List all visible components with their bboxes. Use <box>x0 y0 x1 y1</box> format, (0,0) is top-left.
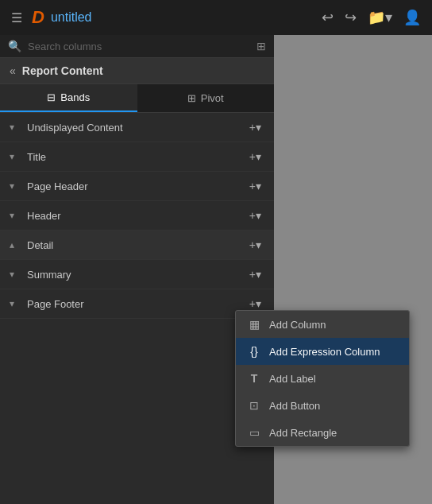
dropdown-item-add-expression-column[interactable]: {} Add Expression Column <box>236 338 409 365</box>
section-label-detail: Detail <box>27 239 246 251</box>
add-button-label: Add Button <box>269 400 320 412</box>
dropdown-item-add-column[interactable]: ▦ Add Column <box>236 311 409 338</box>
search-icon: 🔍 <box>8 40 21 52</box>
section-undisplayed-content[interactable]: ▾ Undisplayed Content +▾ <box>0 113 274 142</box>
search-bar: 🔍 ⊞ <box>0 35 274 58</box>
add-expression-column-icon: {} <box>247 345 261 358</box>
search-input[interactable] <box>28 41 250 52</box>
chevron-title: ▾ <box>10 151 21 162</box>
chevron-detail: ▴ <box>10 239 21 250</box>
report-content-header: « Report Content <box>0 58 274 84</box>
add-rectangle-icon: ▭ <box>247 426 261 439</box>
hamburger-icon[interactable]: ☰ <box>8 7 25 29</box>
section-label-title: Title <box>27 151 246 163</box>
bands-tab-icon: ⊟ <box>47 91 56 103</box>
chevron-summary: ▾ <box>10 269 21 280</box>
tabs-container: ⊟ Bands ⊞ Pivot <box>0 84 274 113</box>
bands-tab-label: Bands <box>60 91 90 103</box>
tab-bands[interactable]: ⊟ Bands <box>0 84 137 112</box>
chevron-page-footer: ▾ <box>10 298 21 309</box>
undo-button[interactable]: ↩ <box>318 7 337 28</box>
section-header[interactable]: ▾ Header +▾ <box>0 201 274 231</box>
add-column-icon: ▦ <box>247 318 261 331</box>
section-page-header[interactable]: ▾ Page Header +▾ <box>0 172 274 201</box>
chevron-page-header: ▾ <box>10 180 21 192</box>
chevron-header: ▾ <box>10 210 21 221</box>
dropdown-item-add-button[interactable]: ⊡ Add Button <box>236 392 409 419</box>
pivot-tab-label: Pivot <box>201 92 224 104</box>
folder-button[interactable]: 📁▾ <box>364 7 395 28</box>
section-label-undisplayed: Undisplayed Content <box>27 122 246 134</box>
dropdown-item-add-label[interactable]: T Add Label <box>236 365 409 392</box>
user-button[interactable]: 👤 <box>400 7 424 28</box>
left-panel: 🔍 ⊞ « Report Content ⊟ Bands ⊞ Pivot ▾ U… <box>0 35 274 504</box>
add-button-icon: ⊡ <box>247 399 261 412</box>
app-logo: D <box>32 7 44 28</box>
add-rectangle-label: Add Rectangle <box>269 427 337 439</box>
pivot-tab-icon: ⊞ <box>187 92 196 104</box>
section-label-summary: Summary <box>27 269 246 281</box>
add-column-dropdown: ▦ Add Column {} Add Expression Column T … <box>235 310 410 447</box>
section-page-footer[interactable]: ▾ Page Footer +▾ <box>0 289 274 319</box>
topbar: ☰ D untitled ↩ ↪ 📁▾ 👤 <box>0 0 432 35</box>
add-expression-column-label: Add Expression Column <box>269 346 380 358</box>
report-content-title: Report Content <box>22 64 103 77</box>
document-title: untitled <box>51 10 312 25</box>
section-label-page-header: Page Header <box>27 180 246 192</box>
section-label-header: Header <box>27 210 246 222</box>
section-summary[interactable]: ▾ Summary +▾ <box>0 260 274 289</box>
topbar-actions: ↩ ↪ 📁▾ 👤 <box>318 7 424 28</box>
add-btn-header[interactable]: +▾ <box>246 207 264 223</box>
redo-button[interactable]: ↪ <box>341 7 360 28</box>
add-label-label: Add Label <box>269 373 316 385</box>
tab-pivot[interactable]: ⊞ Pivot <box>137 84 275 112</box>
add-btn-undisplayed[interactable]: +▾ <box>246 119 264 135</box>
dropdown-item-add-rectangle[interactable]: ▭ Add Rectangle <box>236 419 409 446</box>
add-btn-page-header[interactable]: +▾ <box>246 178 264 194</box>
section-title[interactable]: ▾ Title +▾ <box>0 142 274 172</box>
add-btn-page-footer[interactable]: +▾ <box>246 296 264 312</box>
grid-view-icon[interactable]: ⊞ <box>256 40 266 52</box>
add-btn-title[interactable]: +▾ <box>246 149 264 165</box>
add-btn-summary[interactable]: +▾ <box>246 266 264 282</box>
chevron-undisplayed: ▾ <box>10 122 21 133</box>
add-column-label: Add Column <box>269 319 326 331</box>
section-label-page-footer: Page Footer <box>27 298 246 310</box>
add-btn-detail[interactable]: +▾ <box>246 237 264 253</box>
add-label-icon: T <box>247 372 261 385</box>
section-detail[interactable]: ▴ Detail +▾ <box>0 231 274 260</box>
collapse-button[interactable]: « <box>10 64 16 77</box>
